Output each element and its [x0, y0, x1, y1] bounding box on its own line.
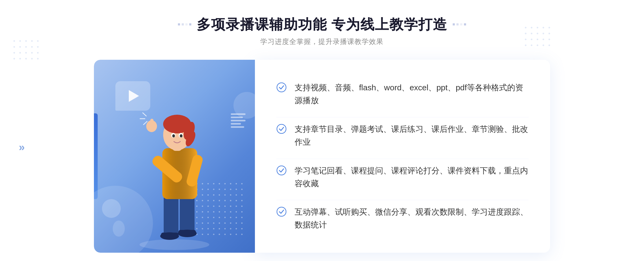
deco-circle-bottom-left	[102, 199, 121, 218]
feature-item-4: 互动弹幕、试听购买、微信分享、观看次数限制、学习进度跟踪、数据统计	[276, 200, 529, 237]
check-icon-3	[276, 165, 287, 176]
feature-item-1: 支持视频、音频、flash、word、excel、ppt、pdf等各种格式的资源…	[276, 76, 529, 112]
svg-line-24	[144, 121, 147, 125]
svg-rect-4	[161, 233, 178, 237]
svg-line-22	[143, 113, 146, 116]
svg-rect-12	[150, 119, 153, 129]
features-panel: 支持视频、音频、flash、word、excel、ppt、pdf等各种格式的资源…	[255, 60, 550, 253]
page-container: 多项录播课辅助功能 专为线上教学打造 学习进度全掌握，提升录播课教学效果 »	[0, 0, 644, 261]
check-icon-2	[276, 124, 287, 134]
title-row: 多项录播课辅助功能 专为线上教学打造	[178, 16, 466, 33]
svg-point-20	[172, 134, 175, 137]
header-section: 多项录播课辅助功能 专为线上教学打造 学习进度全掌握，提升录播课教学效果	[178, 16, 466, 46]
bg-dots-right	[525, 27, 550, 50]
svg-point-26	[277, 124, 286, 133]
subtitle: 学习进度全掌握，提升录播课教学效果	[260, 37, 383, 46]
feature-text-1: 支持视频、音频、flash、word、excel、ppt、pdf等各种格式的资源…	[295, 81, 529, 107]
check-icon-1	[276, 82, 287, 92]
left-chevron-decoration: »	[19, 141, 25, 153]
svg-point-21	[180, 134, 182, 137]
bg-dots-left	[13, 40, 39, 64]
svg-rect-6	[178, 230, 196, 235]
deco-ellipse-bottom	[113, 221, 125, 237]
svg-point-28	[277, 207, 286, 216]
feature-text-4: 互动弹幕、试听购买、微信分享、观看次数限制、学习进度跟踪、数据统计	[295, 206, 529, 231]
svg-point-0	[140, 239, 209, 250]
side-accent-bar	[94, 113, 98, 199]
left-decorator	[178, 23, 191, 25]
right-decorator	[453, 23, 466, 25]
check-icon-4	[276, 207, 287, 217]
illustration-panel	[94, 60, 255, 253]
feature-item-3: 学习笔记回看、课程提问、课程评论打分、课件资料下载，重点内容收藏	[276, 159, 529, 195]
feature-item-2: 支持章节目录、弹题考试、课后练习、课后作业、章节测验、批改作业	[276, 117, 529, 154]
svg-rect-1	[164, 194, 178, 237]
main-content: 支持视频、音频、flash、word、excel、ppt、pdf等各种格式的资源…	[94, 60, 550, 253]
main-title: 多项录播课辅助功能 专为线上教学打造	[197, 16, 447, 33]
person-illustration	[123, 87, 225, 253]
svg-point-27	[277, 166, 286, 175]
feature-text-3: 学习笔记回看、课程提问、课程评论打分、课件资料下载，重点内容收藏	[295, 164, 529, 190]
feature-text-2: 支持章节目录、弹题考试、课后练习、课后作业、章节测验、批改作业	[295, 123, 529, 148]
svg-point-25	[277, 83, 286, 92]
